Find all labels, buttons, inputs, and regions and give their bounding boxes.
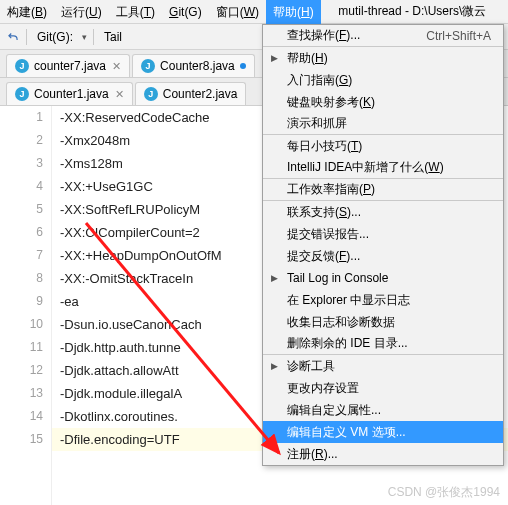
java-file-icon: J (141, 59, 155, 73)
line-number: 3 (0, 152, 43, 175)
line-number: 7 (0, 244, 43, 267)
line-number: 14 (0, 405, 43, 428)
menu-item[interactable]: 每日小技巧(T) (263, 135, 503, 157)
close-icon[interactable]: ✕ (112, 60, 121, 73)
submenu-arrow-icon: ▶ (271, 273, 278, 283)
menu-item[interactable]: ▶诊断工具 (263, 355, 503, 377)
menu-item-label: 入门指南(G) (287, 72, 352, 89)
menu-item[interactable]: 编辑自定义属性... (263, 399, 503, 421)
menu-item[interactable]: 演示和抓屏 (263, 113, 503, 135)
line-number: 4 (0, 175, 43, 198)
menu-item-label: 收集日志和诊断数据 (287, 314, 395, 331)
menu-item[interactable]: ▶帮助(H) (263, 47, 503, 69)
chevron-down-icon[interactable]: ▾ (80, 32, 87, 42)
menu-item[interactable]: 工作效率指南(P) (263, 179, 503, 201)
window-title: mutil-thread - D:\Users\微云 (321, 3, 508, 20)
menu-item-label: 提交错误报告... (287, 226, 369, 243)
menu-item[interactable]: 提交错误报告... (263, 223, 503, 245)
menu-item[interactable]: 收集日志和诊断数据 (263, 311, 503, 333)
menu-item-label: 注册(R)... (287, 446, 338, 463)
line-number: 9 (0, 290, 43, 313)
menu-item[interactable]: 在 Explorer 中显示日志 (263, 289, 503, 311)
git-label: Git(G): (33, 30, 77, 44)
line-number: 5 (0, 198, 43, 221)
menu-item[interactable]: 删除剩余的 IDE 目录... (263, 333, 503, 355)
menu-item-label: 联系支持(S)... (287, 204, 361, 221)
java-file-icon: J (15, 87, 29, 101)
watermark: CSDN @张俊杰1994 (388, 484, 500, 501)
menu-item-label: 帮助(H) (287, 50, 328, 67)
tab-label: Counter1.java (34, 87, 109, 101)
menu-item-label: 键盘映射参考(K) (287, 94, 375, 111)
help-menu: 查找操作(F)...Ctrl+Shift+A▶帮助(H)入门指南(G)键盘映射参… (262, 24, 504, 466)
editor-tab[interactable]: JCounter1.java✕ (6, 82, 133, 105)
menubar: 构建(B)运行(U)工具(T)Git(G)窗口(W)帮助(H)mutil-thr… (0, 0, 508, 24)
line-number: 13 (0, 382, 43, 405)
line-number: 2 (0, 129, 43, 152)
menu-item[interactable]: ▶Tail Log in Console (263, 267, 503, 289)
submenu-arrow-icon: ▶ (271, 361, 278, 371)
gutter: 123456789101112131415 (0, 106, 52, 505)
menu-item-label: 提交反馈(F)... (287, 248, 360, 265)
line-number: 15 (0, 428, 43, 451)
tab-label: Counter2.java (163, 87, 238, 101)
line-number: 8 (0, 267, 43, 290)
menu-item-label: 每日小技巧(T) (287, 138, 362, 155)
menu-item-label: 删除剩余的 IDE 目录... (287, 335, 408, 352)
separator (93, 29, 94, 45)
menu-item[interactable]: 窗口(W) (209, 0, 266, 24)
menu-item[interactable]: 更改内存设置 (263, 377, 503, 399)
menu-item[interactable]: 查找操作(F)...Ctrl+Shift+A (263, 25, 503, 47)
line-number: 10 (0, 313, 43, 336)
menu-item[interactable]: 编辑自定义 VM 选项... (263, 421, 503, 443)
editor-tab[interactable]: JCounter2.java (135, 82, 247, 105)
editor-tab[interactable]: Jcounter7.java✕ (6, 54, 130, 77)
java-file-icon: J (15, 59, 29, 73)
menu-item[interactable]: 运行(U) (54, 0, 109, 24)
close-icon[interactable]: ✕ (115, 88, 124, 101)
menu-item-label: 编辑自定义属性... (287, 402, 381, 419)
hotkey-label: Ctrl+Shift+A (426, 29, 491, 43)
tab-label: Counter8.java (160, 59, 235, 73)
java-file-icon: J (144, 87, 158, 101)
menu-item-label: 诊断工具 (287, 358, 335, 375)
menu-item[interactable]: IntelliJ IDEA中新增了什么(W) (263, 157, 503, 179)
line-number: 1 (0, 106, 43, 129)
menu-item[interactable]: 联系支持(S)... (263, 201, 503, 223)
tail-label[interactable]: Tail (100, 30, 126, 44)
menu-item-label: 编辑自定义 VM 选项... (287, 424, 406, 441)
menu-item-label: 演示和抓屏 (287, 115, 347, 132)
menu-item[interactable]: 帮助(H) (266, 0, 321, 24)
menu-item-label: 查找操作(F)... (287, 27, 360, 44)
submenu-arrow-icon: ▶ (271, 53, 278, 63)
tab-label: counter7.java (34, 59, 106, 73)
menu-item[interactable]: 入门指南(G) (263, 69, 503, 91)
modified-dot-icon (240, 63, 246, 69)
menu-item[interactable]: Git(G) (162, 0, 209, 24)
separator (26, 29, 27, 45)
menu-item-label: IntelliJ IDEA中新增了什么(W) (287, 159, 444, 176)
editor-tab[interactable]: JCounter8.java (132, 54, 255, 77)
line-number: 6 (0, 221, 43, 244)
undo-icon[interactable] (6, 30, 20, 44)
menu-item[interactable]: 键盘映射参考(K) (263, 91, 503, 113)
menu-item-label: 在 Explorer 中显示日志 (287, 292, 410, 309)
line-number: 12 (0, 359, 43, 382)
menu-item-label: Tail Log in Console (287, 271, 388, 285)
line-number: 11 (0, 336, 43, 359)
menu-item[interactable]: 构建(B) (0, 0, 54, 24)
menu-item-label: 更改内存设置 (287, 380, 359, 397)
menu-item[interactable]: 工具(T) (109, 0, 162, 24)
menu-item[interactable]: 提交反馈(F)... (263, 245, 503, 267)
menu-item[interactable]: 注册(R)... (263, 443, 503, 465)
menu-item-label: 工作效率指南(P) (287, 181, 375, 198)
